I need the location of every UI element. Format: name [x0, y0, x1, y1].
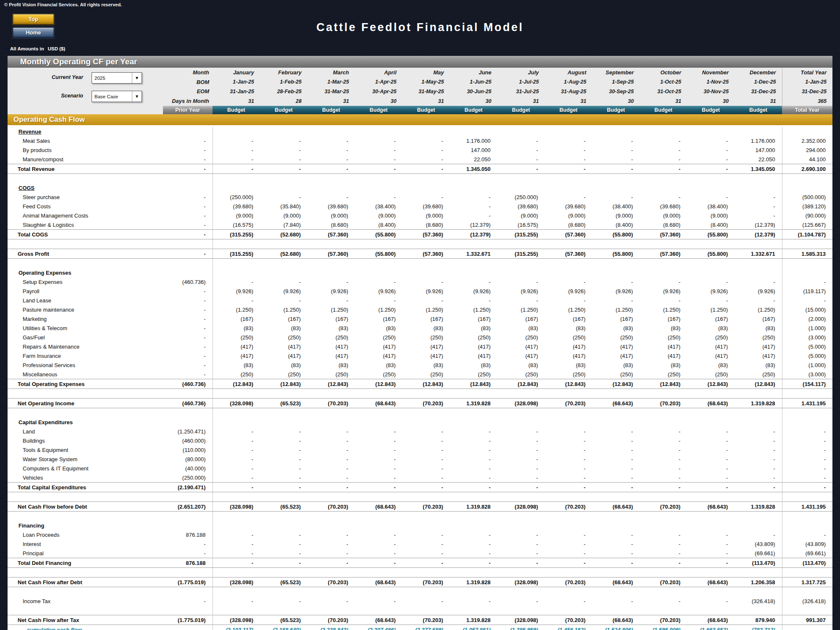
cell-total-year[interactable]: (389.120)	[782, 202, 832, 211]
cell-april[interactable]: (68.643)	[355, 399, 402, 408]
cell-february[interactable]	[260, 606, 307, 615]
cell-may[interactable]: -	[402, 473, 450, 483]
cell-october[interactable]: (1.250)	[640, 305, 687, 314]
cell-june[interactable]: -	[450, 296, 497, 305]
cell-april[interactable]: (68.643)	[355, 615, 402, 625]
cell-prior-year[interactable]: -	[163, 220, 213, 230]
cell-march[interactable]: -	[307, 155, 355, 164]
cell-july[interactable]	[497, 259, 545, 268]
cell-october[interactable]: -	[640, 596, 687, 606]
cell-july[interactable]	[497, 568, 545, 578]
cell-june[interactable]: (250)	[450, 333, 497, 342]
cell-may[interactable]: -	[402, 155, 450, 164]
cell-january[interactable]: -	[213, 454, 260, 464]
cell-december[interactable]: -	[735, 211, 782, 220]
cell-prior-year[interactable]: (1.250.471)	[163, 427, 213, 436]
cell-april[interactable]	[355, 127, 402, 136]
cell-july[interactable]: -	[497, 427, 545, 436]
cell-december[interactable]	[735, 512, 782, 521]
cell-february[interactable]: -	[260, 539, 307, 549]
cell-november[interactable]: (68.643)	[687, 399, 735, 408]
row-label[interactable]	[8, 512, 163, 521]
cell-april[interactable]: -	[355, 473, 402, 483]
cell-november[interactable]: (12.843)	[687, 379, 735, 389]
cell-november[interactable]: -	[687, 445, 735, 454]
cell-march[interactable]: (1.250)	[307, 305, 355, 314]
cell-august[interactable]: (8.680)	[545, 220, 592, 230]
cell-prior-year[interactable]: -	[163, 155, 213, 164]
cell-august[interactable]: -	[545, 539, 592, 549]
cell-march[interactable]: -	[307, 296, 355, 305]
row-label[interactable]: Operating Expenses	[8, 268, 163, 277]
cell-november[interactable]: (68.643)	[687, 578, 735, 587]
cell-january[interactable]: (250.000)	[213, 192, 260, 202]
cell-july[interactable]: (315.255)	[497, 230, 545, 239]
cell-october[interactable]: (9.000)	[640, 211, 687, 220]
row-label[interactable]: Land	[8, 427, 163, 436]
cell-november[interactable]	[687, 268, 735, 277]
cell-september[interactable]	[592, 521, 640, 530]
cell-april[interactable]: -	[355, 192, 402, 202]
cell-february[interactable]: -	[260, 136, 307, 145]
cell-july[interactable]: (167)	[497, 314, 545, 323]
cell-total-year[interactable]: (3.000)	[782, 370, 832, 379]
row-label[interactable]	[8, 259, 163, 268]
cell-september[interactable]: (250)	[592, 370, 640, 379]
cell-june[interactable]: -	[450, 483, 497, 492]
cell-september[interactable]: (55.800)	[592, 249, 640, 259]
row-label[interactable]: Loan Proceeds	[8, 530, 163, 539]
cell-october[interactable]: (167)	[640, 314, 687, 323]
cell-february[interactable]: -	[260, 296, 307, 305]
cell-december[interactable]	[735, 587, 782, 597]
cell-total-year[interactable]	[782, 606, 832, 615]
cell-march[interactable]	[307, 521, 355, 530]
cell-january[interactable]	[213, 239, 260, 249]
cell-august[interactable]: (1.456.162)	[545, 625, 592, 630]
cell-february[interactable]: (9.926)	[260, 286, 307, 296]
cell-february[interactable]	[260, 174, 307, 184]
cell-total-year[interactable]	[782, 417, 832, 427]
cell-july[interactable]: (83)	[497, 360, 545, 370]
cell-march[interactable]: (250)	[307, 333, 355, 342]
cell-april[interactable]	[355, 606, 402, 615]
cell-prior-year[interactable]: (460.736)	[163, 399, 213, 408]
cell-may[interactable]	[402, 127, 450, 136]
cell-october[interactable]: -	[640, 164, 687, 174]
cell-total-year[interactable]	[782, 183, 832, 192]
cell-april[interactable]: -	[355, 483, 402, 492]
cell-september[interactable]: -	[592, 296, 640, 305]
cell-may[interactable]: (12.843)	[402, 379, 450, 389]
cell-february[interactable]: -	[260, 145, 307, 155]
cell-september[interactable]: (68.643)	[592, 615, 640, 625]
cell-february[interactable]	[260, 492, 307, 502]
row-label[interactable]: Tools & Equipment	[8, 445, 163, 454]
cell-december[interactable]: (69.661)	[735, 549, 782, 558]
cell-january[interactable]: (417)	[213, 342, 260, 351]
cell-september[interactable]: -	[592, 464, 640, 473]
row-label[interactable]: Professional Services	[8, 360, 163, 370]
cell-february[interactable]: (52.680)	[260, 249, 307, 259]
cell-total-year[interactable]: (125.667)	[782, 220, 832, 230]
cell-total-year[interactable]: (1.000)	[782, 323, 832, 333]
cell-january[interactable]: (83)	[213, 323, 260, 333]
cell-july[interactable]	[497, 174, 545, 184]
cell-november[interactable]	[687, 239, 735, 249]
current-year-dropdown[interactable]: 2025 ▼	[92, 72, 142, 84]
cell-august[interactable]: -	[545, 530, 592, 539]
cell-november[interactable]	[687, 492, 735, 502]
cell-august[interactable]: (1.250)	[545, 305, 592, 314]
cell-august[interactable]	[545, 183, 592, 192]
cell-march[interactable]	[307, 183, 355, 192]
cell-december[interactable]: (417)	[735, 351, 782, 360]
cell-total-year[interactable]: (1.104.787)	[782, 230, 832, 239]
cell-october[interactable]	[640, 512, 687, 521]
cell-august[interactable]	[545, 239, 592, 249]
cell-july[interactable]: (9.000)	[497, 211, 545, 220]
cell-june[interactable]	[450, 606, 497, 615]
cell-march[interactable]: (12.843)	[307, 379, 355, 389]
cell-prior-year[interactable]: -	[163, 351, 213, 360]
cell-june[interactable]: (250)	[450, 370, 497, 379]
cell-february[interactable]: -	[260, 192, 307, 202]
cell-june[interactable]: -	[450, 202, 497, 211]
row-label[interactable]: Miscellaneous	[8, 370, 163, 379]
